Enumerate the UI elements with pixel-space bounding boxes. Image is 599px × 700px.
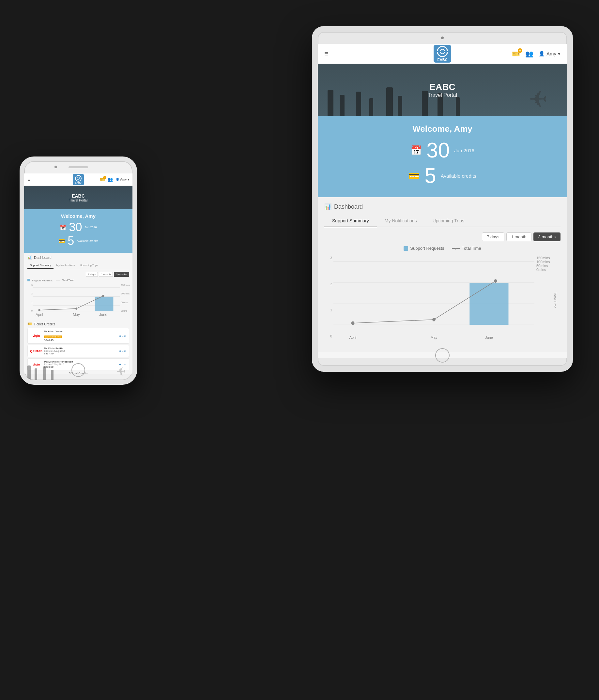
ipad-y-2: 2 (330, 282, 332, 286)
svg-point-7 (494, 279, 497, 283)
ipad-navbar: ≡ EABC 🎫 0 👥 👤 Amy ▾ (318, 44, 567, 64)
ipad-user-icon: 👤 (538, 51, 545, 57)
ipad-welcome-greeting: Welcome, Amy (324, 124, 560, 134)
ipad-yr-0: 0mins (536, 268, 546, 272)
ipad-ticket-icon[interactable]: 🎫 0 (512, 50, 520, 58)
ipad-chart-wrap: 3 2 1 0 (324, 255, 560, 346)
ipad-card-icon: 💳 (408, 171, 420, 181)
ipad-ticket-badge: 0 (518, 48, 522, 53)
phone-hero: ✈ EABC Travel Portal (24, 186, 133, 209)
ipad-welcome-date-row: 📅 30 Jun 2016 (324, 140, 560, 161)
ipad-welcome-section: Welcome, Amy 📅 30 Jun 2016 💳 5 Available… (318, 116, 567, 197)
ipad-yr-150: 150mins (536, 256, 550, 260)
svg-point-5 (351, 322, 355, 325)
ipad-nav-right: 🎫 0 👥 👤 Amy ▾ (512, 50, 560, 58)
ipad-user-menu[interactable]: 👤 Amy ▾ (538, 51, 560, 57)
ipad-credits-number: 5 (425, 165, 436, 186)
ipad-group-icon[interactable]: 👥 (525, 50, 533, 58)
svg-point-6 (432, 318, 435, 322)
svg-text:June: June (485, 335, 493, 340)
ipad-home-button[interactable] (435, 348, 450, 362)
ipad-filter-3months[interactable]: 3 months (533, 232, 560, 241)
svg-rect-4 (470, 283, 508, 325)
ipad-y-1: 1 (330, 308, 332, 312)
ipad-legend-time: Total Time (452, 246, 481, 251)
ipad-user-name: Amy (547, 51, 556, 56)
ipad-legend-time-line (452, 248, 460, 249)
ipad-hero-subtitle: Travel Portal (428, 92, 457, 98)
svg-text:April: April (350, 335, 357, 340)
ipad-tab-notifications[interactable]: My Notifications (377, 215, 425, 227)
ipad-logo: EABC (434, 45, 451, 62)
ipad-date-label: Jun 2016 (454, 148, 474, 153)
ipad-chart-legend: Support Requests Total Time (324, 246, 560, 251)
ipad-y-0: 0 (330, 334, 332, 338)
ipad-dashboard: 📊 Dashboard Support Summary My Notificat… (318, 197, 567, 352)
ipad-camera (441, 36, 444, 39)
ipad-hero-title: EABC (429, 82, 455, 92)
ipad-legend-time-label: Total Time (462, 246, 481, 251)
ipad-legend-support-box (404, 246, 408, 251)
ipad-dashboard-title: 📊 Dashboard (324, 203, 560, 210)
ipad-tabs: Support Summary My Notifications Upcomin… (324, 215, 560, 227)
ipad-chart-svg: April May June (333, 255, 534, 346)
ipad-chart-y-right-wrap: 150mins 100mins 50mins 0mins Total Time (534, 255, 560, 346)
ipad-chart-total-time-label: Total Time (553, 292, 557, 308)
ipad-yr-100: 100mins (536, 260, 550, 264)
ipad-calendar-icon: 📅 (410, 145, 422, 156)
ipad-device: ≡ EABC 🎫 0 👥 👤 Amy ▾ (312, 26, 573, 372)
phone-screen: ≡ EABC 🎫 0 👥 👤 Amy ▾ (24, 173, 133, 374)
ipad-filter-1month[interactable]: 1 month (506, 232, 531, 241)
ipad-screen: ≡ EABC 🎫 0 👥 👤 Amy ▾ (318, 44, 567, 358)
phone-camera (54, 166, 57, 168)
svg-text:May: May (431, 335, 437, 340)
ipad-hero: ✈ EABC Travel Portal (318, 64, 567, 116)
ipad-chart-y-left: 3 2 1 0 (324, 255, 333, 346)
phone-speaker (69, 166, 88, 168)
ipad-chart-body: April May June (333, 255, 534, 346)
phone-hero-subtitle: Travel Portal (69, 199, 88, 202)
ipad-chart-y-right: 150mins 100mins 50mins 0mins (534, 255, 554, 279)
ipad-y-3: 3 (330, 256, 332, 260)
ipad-yr-50: 50mins (536, 264, 548, 268)
ipad-logo-ring (437, 46, 448, 57)
ipad-filter-7days[interactable]: 7 days (482, 232, 504, 241)
ipad-user-chevron: ▾ (558, 51, 560, 57)
ipad-dashboard-icon: 📊 (324, 203, 332, 210)
ipad-tab-trips[interactable]: Upcoming Trips (425, 215, 472, 227)
ipad-hamburger-icon[interactable]: ≡ (324, 50, 329, 58)
phone-device: ≡ EABC 🎫 0 👥 👤 Amy ▾ (20, 156, 137, 385)
phone-home-button[interactable] (71, 363, 85, 377)
ipad-tab-support-summary[interactable]: Support Summary (324, 215, 377, 227)
ipad-credits-label: Available credits (441, 173, 476, 179)
ipad-date-number: 30 (426, 140, 450, 161)
ipad-legend-support: Support Requests (404, 246, 444, 251)
ipad-legend-support-label: Support Requests (410, 246, 444, 251)
ipad-logo-text: EABC (437, 58, 447, 61)
ipad-filter-row: 7 days 1 month 3 months (324, 232, 560, 241)
ipad-welcome-credits-row: 💳 5 Available credits (324, 165, 560, 186)
